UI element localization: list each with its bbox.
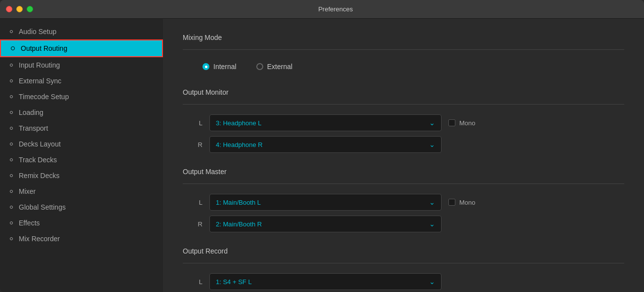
- radio-external-label: External: [267, 63, 292, 71]
- monitor-r-dropdown[interactable]: 4: Headphone R ⌄: [209, 136, 442, 153]
- sidebar-item-output-routing[interactable]: Output Routing: [0, 39, 163, 57]
- sidebar-bullet-global-settings: [10, 206, 13, 209]
- sidebar-bullet-loading: [10, 111, 13, 114]
- output-record-section: Output Record L 1: S4 + SF L ⌄ R 2: S4 +…: [183, 247, 624, 292]
- preferences-window: Preferences Audio SetupOutput RoutingInp…: [0, 0, 644, 292]
- sidebar-item-global-settings[interactable]: Global Settings: [0, 199, 163, 215]
- monitor-mono-group: Mono: [448, 119, 476, 127]
- sidebar-item-timecode-setup[interactable]: Timecode Setup: [0, 89, 163, 105]
- sidebar-bullet-remix-decks: [10, 174, 13, 177]
- record-l-value: 1: S4 + SF L: [216, 278, 429, 286]
- close-button[interactable]: [6, 6, 12, 12]
- sidebar-bullet-effects: [10, 221, 13, 224]
- main-layout: Audio SetupOutput RoutingInput RoutingEx…: [0, 19, 644, 292]
- monitor-r-value: 4: Headphone R: [216, 141, 429, 148]
- minimize-button[interactable]: [16, 6, 23, 12]
- mixing-mode-title: Mixing Mode: [183, 34, 624, 41]
- monitor-r-label: R: [193, 141, 202, 148]
- output-monitor-title: Output Monitor: [183, 88, 624, 96]
- output-monitor-section: Output Monitor L 3: Headphone L ⌄ Mono R: [183, 88, 624, 153]
- sidebar-bullet-decks-layout: [10, 143, 13, 146]
- sidebar-bullet-output-routing: [11, 46, 15, 50]
- sidebar-label-input-routing: Input Routing: [19, 61, 60, 69]
- sidebar-label-audio-setup: Audio Setup: [19, 28, 56, 36]
- output-monitor-l-row: L 3: Headphone L ⌄ Mono: [193, 114, 624, 131]
- sidebar-item-loading[interactable]: Loading: [0, 105, 163, 120]
- radio-external[interactable]: External: [246, 60, 302, 73]
- output-record-divider: [183, 263, 624, 263]
- sidebar-label-timecode-setup: Timecode Setup: [19, 93, 69, 101]
- master-mono-group: Mono: [448, 199, 476, 206]
- mixing-mode-section: Mixing Mode Internal External: [183, 34, 624, 73]
- record-l-label: L: [193, 278, 202, 286]
- sidebar-item-effects[interactable]: Effects: [0, 215, 163, 231]
- output-monitor-divider: [183, 104, 624, 105]
- monitor-l-value: 3: Headphone L: [216, 119, 429, 127]
- sidebar-label-output-routing: Output Routing: [21, 44, 67, 52]
- monitor-l-label: L: [193, 119, 202, 127]
- master-l-dropdown[interactable]: 1: Main/Booth L ⌄: [209, 194, 442, 211]
- sidebar-bullet-mixer: [10, 190, 13, 193]
- radio-external-dot: [256, 63, 263, 70]
- sidebar-label-global-settings: Global Settings: [19, 203, 66, 211]
- sidebar-label-track-decks: Track Decks: [19, 156, 57, 164]
- monitor-r-arrow: ⌄: [429, 141, 435, 148]
- radio-internal-dot: [202, 63, 209, 70]
- monitor-mono-checkbox[interactable]: [448, 119, 455, 126]
- mixing-mode-row: Internal External: [193, 60, 624, 73]
- master-r-arrow: ⌄: [429, 220, 435, 228]
- window-title: Preferences: [33, 5, 638, 13]
- content-area: Mixing Mode Internal External Output Mon…: [163, 19, 644, 292]
- sidebar-bullet-audio-setup: [10, 30, 13, 33]
- sidebar-bullet-external-sync: [10, 79, 13, 82]
- master-l-arrow: ⌄: [429, 198, 435, 206]
- output-record-title: Output Record: [183, 247, 624, 255]
- output-master-section: Output Master L 1: Main/Booth L ⌄ Mono R: [183, 168, 624, 232]
- sidebar-bullet-timecode-setup: [10, 95, 13, 98]
- traffic-lights: [6, 6, 33, 12]
- master-mono-label: Mono: [459, 199, 476, 206]
- sidebar-item-transport[interactable]: Transport: [0, 120, 163, 136]
- master-r-value: 2: Main/Booth R: [216, 220, 429, 228]
- sidebar-label-mix-recorder: Mix Recorder: [19, 235, 60, 243]
- sidebar-label-mixer: Mixer: [19, 187, 36, 195]
- record-l-arrow: ⌄: [429, 278, 435, 286]
- sidebar-item-input-routing[interactable]: Input Routing: [0, 57, 163, 73]
- sidebar-item-mix-recorder[interactable]: Mix Recorder: [0, 231, 163, 247]
- monitor-l-arrow: ⌄: [429, 119, 435, 127]
- master-mono-checkbox[interactable]: [448, 199, 455, 206]
- sidebar-label-loading: Loading: [19, 109, 43, 116]
- radio-internal[interactable]: Internal: [193, 60, 246, 73]
- sidebar-label-remix-decks: Remix Decks: [19, 172, 59, 180]
- sidebar-item-mixer[interactable]: Mixer: [0, 183, 163, 199]
- record-l-dropdown[interactable]: 1: S4 + SF L ⌄: [209, 273, 442, 290]
- sidebar-label-decks-layout: Decks Layout: [19, 140, 61, 148]
- sidebar: Audio SetupOutput RoutingInput RoutingEx…: [0, 19, 163, 292]
- sidebar-item-remix-decks[interactable]: Remix Decks: [0, 168, 163, 183]
- output-master-l-row: L 1: Main/Booth L ⌄ Mono: [193, 194, 624, 211]
- monitor-mono-label: Mono: [459, 119, 476, 127]
- radio-internal-label: Internal: [213, 63, 237, 71]
- output-master-r-row: R 2: Main/Booth R ⌄: [193, 216, 624, 232]
- sidebar-item-external-sync[interactable]: External Sync: [0, 73, 163, 89]
- master-l-value: 1: Main/Booth L: [216, 199, 429, 206]
- maximize-button[interactable]: [27, 6, 33, 12]
- master-l-label: L: [193, 199, 202, 206]
- sidebar-label-external-sync: External Sync: [19, 77, 61, 85]
- sidebar-item-decks-layout[interactable]: Decks Layout: [0, 136, 163, 152]
- sidebar-bullet-input-routing: [10, 64, 13, 67]
- mixing-mode-divider: [183, 49, 624, 50]
- sidebar-item-track-decks[interactable]: Track Decks: [0, 152, 163, 168]
- sidebar-label-effects: Effects: [19, 219, 40, 227]
- sidebar-bullet-track-decks: [10, 158, 13, 161]
- monitor-l-dropdown[interactable]: 3: Headphone L ⌄: [209, 114, 442, 131]
- sidebar-bullet-transport: [10, 127, 13, 130]
- output-master-divider: [183, 183, 624, 184]
- output-record-l-row: L 1: S4 + SF L ⌄: [193, 273, 624, 290]
- sidebar-label-transport: Transport: [19, 124, 48, 132]
- sidebar-bullet-mix-recorder: [10, 237, 13, 240]
- titlebar: Preferences: [0, 0, 644, 19]
- output-master-title: Output Master: [183, 168, 624, 176]
- master-r-dropdown[interactable]: 2: Main/Booth R ⌄: [209, 216, 442, 232]
- sidebar-item-audio-setup[interactable]: Audio Setup: [0, 24, 163, 39]
